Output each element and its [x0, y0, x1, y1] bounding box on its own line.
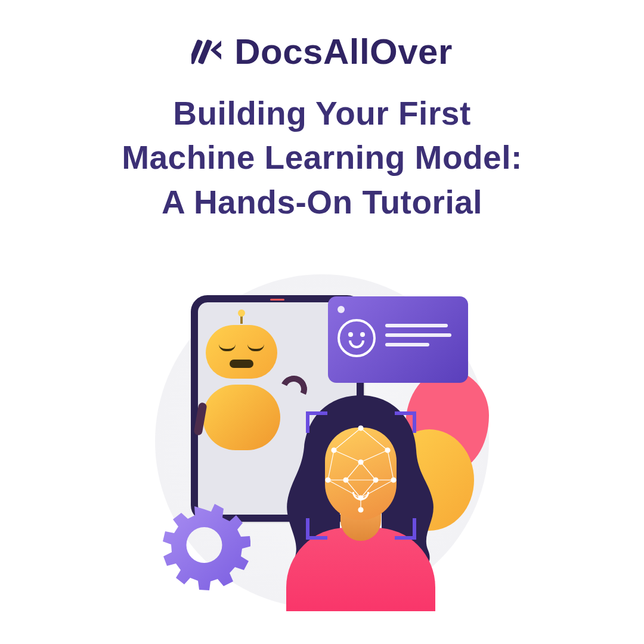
- person-character: [265, 391, 456, 611]
- header: DocsAllOver: [0, 0, 644, 72]
- brand-logo-icon: [191, 35, 226, 69]
- text-line: [385, 324, 448, 327]
- robot-mouth: [230, 360, 253, 368]
- title-line-3: A Hands-On Tutorial: [0, 180, 644, 224]
- smile-icon: [349, 340, 364, 348]
- frame-corner-icon: [395, 411, 416, 433]
- page-title: Building Your First Machine Learning Mod…: [0, 91, 644, 224]
- text-line: [385, 333, 451, 337]
- card-text-lines: [385, 324, 459, 352]
- frame-corner-icon: [306, 411, 327, 433]
- smiley-face-icon: [338, 319, 376, 357]
- card-dot-icon: [338, 306, 345, 313]
- face-detection-frame: [306, 411, 416, 540]
- robot-eye-right: [247, 344, 264, 351]
- brand-name: DocsAllOver: [234, 31, 453, 72]
- title-line-1: Building Your First: [0, 91, 644, 135]
- emotion-card: [328, 296, 468, 383]
- card-content: [338, 319, 459, 357]
- robot-antenna: [240, 314, 243, 324]
- robot-head: [206, 325, 277, 379]
- robot-eye-left: [219, 344, 236, 351]
- hero-illustration: [137, 268, 507, 626]
- frame-corner-icon: [395, 518, 416, 540]
- frame-corner-icon: [306, 518, 327, 540]
- gear-icon: [158, 499, 250, 593]
- title-line-2: Machine Learning Model:: [0, 135, 644, 179]
- text-line: [385, 343, 429, 346]
